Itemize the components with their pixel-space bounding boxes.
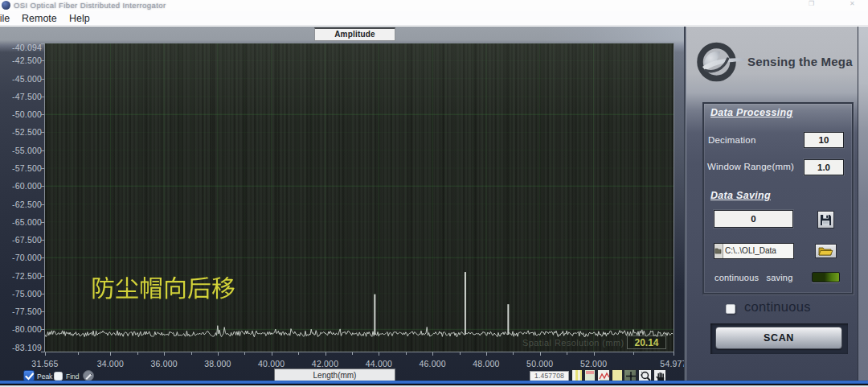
x-axis-tick-label: 44.000 [366,359,392,368]
y-axis-tick-label: -40.094 [0,43,42,52]
y-axis-tick-label: -52.500 [0,127,42,137]
continuous-checkbox-label: continuous [744,299,811,315]
y-axis-tick [41,114,44,115]
x-axis-minor-tick [567,352,567,355]
x-axis-tick-label: 31.565 [31,359,58,368]
x-axis-tick-label: 34.000 [97,359,124,368]
x-axis-tick-label: 36.000 [150,359,177,368]
y-axis-tick [41,240,44,241]
x-axis-minor-tick [513,352,514,355]
window-bottom-edge [0,381,868,387]
y-axis-tick [41,276,44,277]
x-axis-tick [218,352,219,356]
continuous-checkbox[interactable] [726,304,735,314]
palette-autoscale-x-button[interactable] [584,369,596,381]
application-window: OSI Optical Fiber Distributed Interrogat… [0,0,868,387]
window-title: OSI Optical Fiber Distributed Interrogat… [14,1,166,10]
y-axis-tick-label: -50.000 [0,109,42,119]
menu-bar: File Remote Help [0,11,868,26]
x-axis-tick-label: 40.000 [258,359,285,368]
x-axis-minor-tick [298,352,299,355]
y-axis-tick [41,352,44,352]
y-axis-tick-label: -60.000 [0,181,42,191]
x-axis-minor-tick [460,352,461,355]
y-axis-tick-label: -57.500 [0,163,42,173]
x-axis-tick-label: 46.000 [419,359,445,368]
find-checkbox-label: Find [66,373,80,381]
peak-checkbox-label: Peak [37,373,52,381]
x-axis-tick [432,352,433,356]
menu-file[interactable]: File [0,13,10,24]
x-axis-tick-label: 48.000 [473,359,499,368]
x-axis-tick [272,352,272,356]
y-axis-tick [41,132,44,133]
data-processing-title: Data Processing [710,107,792,118]
x-axis-tick [674,352,674,356]
y-axis-tick-label: -77.500 [0,307,42,316]
y-axis-tick [41,329,44,330]
decimation-label: Decimation [708,135,756,145]
x-axis-tick-label: 42.000 [312,359,338,368]
pan-tool-button[interactable] [653,369,666,381]
menu-remote[interactable]: Remote [22,13,57,24]
brand-logo-icon [697,42,748,85]
y-axis-tick [41,43,44,44]
plot-canvas[interactable] [44,43,674,352]
x-axis-minor-tick [244,352,245,355]
y-axis-tick [41,79,44,80]
browse-folder-button[interactable] [815,244,837,258]
menu-help[interactable]: Help [69,13,90,24]
continuous-saving-led[interactable] [812,272,840,282]
y-axis-tick-label: -42.500 [0,56,42,65]
x-axis-tick [379,352,379,356]
y-axis-tick [41,150,44,151]
spatial-resolution-label: Spatial Resolution (mm) [522,338,624,348]
x-axis-tick [540,352,541,356]
decimation-input[interactable]: 10 [804,132,844,148]
palette-lock-button[interactable] [612,369,623,381]
x-axis-minor-tick [406,352,407,355]
app-icon [2,1,10,10]
y-axis-tick-label: -80.000 [0,324,42,334]
x-axis-minor-tick [633,352,634,355]
peak-checkbox[interactable] [23,370,35,381]
scan-button[interactable]: SCAN [715,327,842,349]
save-path-input[interactable]: C:\..\OLI_Data [714,243,794,259]
close-window-button[interactable]: ✕ [850,0,855,7]
spatial-resolution-value: 20.14 [628,336,665,349]
y-axis-tick [41,60,44,61]
data-saving-title: Data Saving [710,190,771,201]
y-axis-tick-label: -65.000 [0,217,42,227]
y-axis-tick [41,186,44,187]
find-checkbox[interactable] [54,372,63,381]
spatial-resolution-box: 20.14 [627,336,666,349]
zoom-tool-button[interactable] [638,369,652,381]
save-button[interactable] [817,211,834,228]
x-axis-tick-label: 52.000 [580,359,607,368]
graph-title: Amplitude [314,27,395,41]
x-axis-minor-tick [78,352,79,355]
window-range-label: Window Range(mm) [707,162,794,171]
y-axis-tick-label: -47.500 [0,92,42,101]
x-axis-tick [486,352,487,356]
file-count-input[interactable]: 0 [714,210,793,228]
y-axis-tick [41,204,44,205]
y-axis-tick-label: -67.500 [0,235,42,245]
continuous-saving-label: continuous saving [714,273,792,282]
cursor-tool-button[interactable] [624,369,637,381]
palette-autoscale-y-button[interactable] [597,369,610,381]
y-axis-tick [41,311,44,312]
x-axis-minor-tick [137,352,138,355]
title-bar: OSI Optical Fiber Distributed Interrogat… [0,0,868,11]
window-range-input[interactable]: 1.0 [804,159,844,175]
x-axis-tick-label: 50.000 [526,359,553,368]
panel-right-strip [858,27,868,381]
y-axis-tick-label: -45.000 [0,74,42,84]
y-axis-tick-label: -55.000 [0,146,42,155]
brand-name: Sensing the Mega [747,55,853,68]
y-axis-tick [41,222,44,223]
palette-scale-format-button[interactable] [571,369,583,381]
x-axis-tick [164,352,165,356]
x-axis-tick [45,352,46,356]
restore-window-button[interactable]: ❐ [809,0,814,7]
